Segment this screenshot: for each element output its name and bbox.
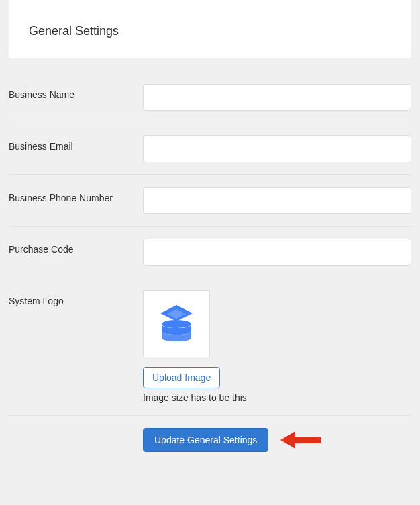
update-settings-button[interactable]: Update General Settings xyxy=(143,428,268,452)
upload-image-button[interactable]: Upload Image xyxy=(143,367,220,388)
logo-help-text: Image size has to be this xyxy=(143,392,411,403)
purchase-code-label: Purchase Code xyxy=(9,239,143,255)
settings-header: General Settings xyxy=(9,0,411,58)
page-title: General Settings xyxy=(29,24,391,38)
submit-row: Update General Settings xyxy=(9,416,411,464)
business-name-row: Business Name xyxy=(9,72,411,123)
business-name-label: Business Name xyxy=(9,84,143,100)
settings-form: Business Name Business Email Business Ph… xyxy=(0,58,420,464)
svg-point-2 xyxy=(162,320,191,328)
business-phone-row: Business Phone Number xyxy=(9,175,411,227)
purchase-code-input[interactable] xyxy=(143,239,411,266)
system-logo-label: System Logo xyxy=(9,290,143,306)
business-phone-label: Business Phone Number xyxy=(9,187,143,203)
business-name-input[interactable] xyxy=(143,84,411,111)
graduation-book-icon xyxy=(155,301,198,347)
purchase-code-row: Purchase Code xyxy=(9,227,411,278)
system-logo-row: System Logo Upload Image Ima xyxy=(9,278,411,415)
business-email-row: Business Email xyxy=(9,123,411,175)
business-phone-input[interactable] xyxy=(143,187,411,214)
business-email-label: Business Email xyxy=(9,135,143,152)
business-email-input[interactable] xyxy=(143,135,411,162)
logo-preview xyxy=(143,290,210,357)
annotation-arrow-icon xyxy=(280,431,321,449)
